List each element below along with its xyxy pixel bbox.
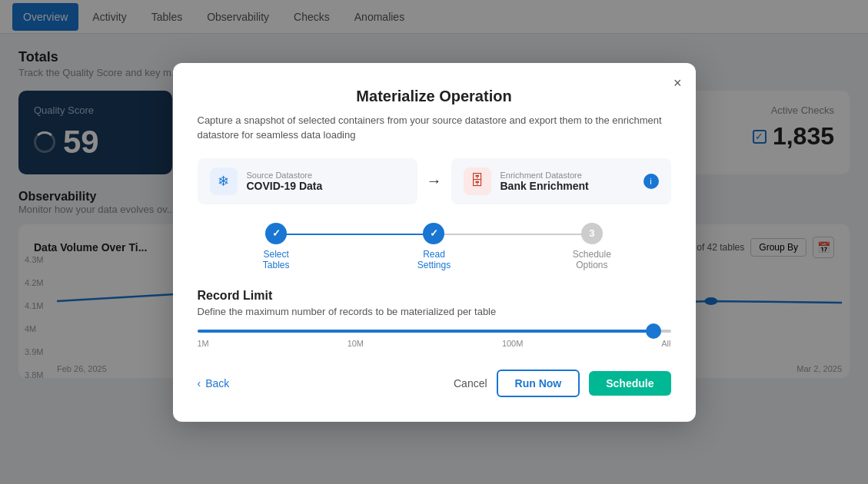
chevron-left-icon: ‹ — [198, 377, 201, 390]
source-type-label: Source Datastore — [247, 171, 323, 180]
step-3-circle: 3 — [581, 223, 603, 244]
slider-label-0: 1M — [198, 339, 209, 348]
modal-dialog: × Materialize Operation Capture a snapsh… — [173, 63, 696, 422]
destination-datastore-info: Enrichment Datastore Bank Enrichment — [501, 171, 589, 192]
footer-right-buttons: Cancel Run Now Schedule — [454, 370, 671, 397]
slider-label-1: 10M — [348, 339, 364, 348]
destination-type-label: Enrichment Datastore — [501, 171, 589, 180]
step-1: ✓ SelectTables — [198, 223, 355, 270]
modal-footer: ‹ Back Cancel Run Now Schedule — [198, 370, 671, 397]
modal-overlay: × Materialize Operation Capture a snapsh… — [0, 0, 868, 484]
destination-info-icon[interactable]: i — [644, 174, 659, 189]
modal-description: Capture a snapshot of selected container… — [198, 113, 671, 143]
cancel-button[interactable]: Cancel — [454, 377, 487, 390]
destination-name: Bank Enrichment — [501, 180, 589, 192]
record-limit-section: Record Limit Define the maximum number o… — [198, 289, 671, 348]
source-name: COVID-19 Data — [247, 180, 323, 192]
step-1-label: SelectTables — [263, 249, 290, 270]
slider-labels: 1M 10M 100M All — [198, 339, 671, 348]
destination-datastore-card: 🗄 Enrichment Datastore Bank Enrichment i — [451, 158, 671, 204]
steps-row: ✓ SelectTables ✓ ReadSettings 3 Schedule… — [198, 223, 671, 270]
step-1-circle: ✓ — [265, 223, 287, 244]
back-button[interactable]: ‹ Back — [198, 377, 230, 390]
source-datastore-icon: ❄ — [210, 167, 238, 195]
step-2: ✓ ReadSettings — [355, 223, 513, 270]
slider-label-3: All — [661, 339, 670, 348]
step-3: 3 ScheduleOptions — [513, 223, 670, 270]
slider-label-2: 100M — [502, 339, 524, 348]
slider-fill — [198, 330, 647, 333]
source-datastore-info: Source Datastore COVID-19 Data — [247, 171, 323, 192]
modal-title: Materialize Operation — [198, 88, 671, 105]
record-limit-title: Record Limit — [198, 289, 671, 303]
record-limit-description: Define the maximum number of records to … — [198, 306, 671, 317]
source-datastore-card: ❄ Source Datastore COVID-19 Data — [198, 158, 417, 204]
record-limit-slider[interactable] — [198, 330, 671, 333]
run-now-button[interactable]: Run Now — [497, 370, 580, 397]
slider-track — [198, 330, 671, 333]
step-2-circle: ✓ — [423, 223, 444, 244]
modal-close-button[interactable]: × — [673, 75, 682, 91]
back-label: Back — [205, 377, 229, 390]
step-3-label: ScheduleOptions — [573, 249, 611, 270]
slider-thumb[interactable] — [646, 323, 661, 339]
destination-datastore-icon: 🗄 — [464, 167, 491, 195]
step-2-label: ReadSettings — [417, 249, 451, 270]
arrow-right-icon: → — [427, 172, 442, 190]
datastore-row: ❄ Source Datastore COVID-19 Data → 🗄 Enr… — [198, 158, 671, 204]
schedule-button[interactable]: Schedule — [589, 371, 670, 396]
